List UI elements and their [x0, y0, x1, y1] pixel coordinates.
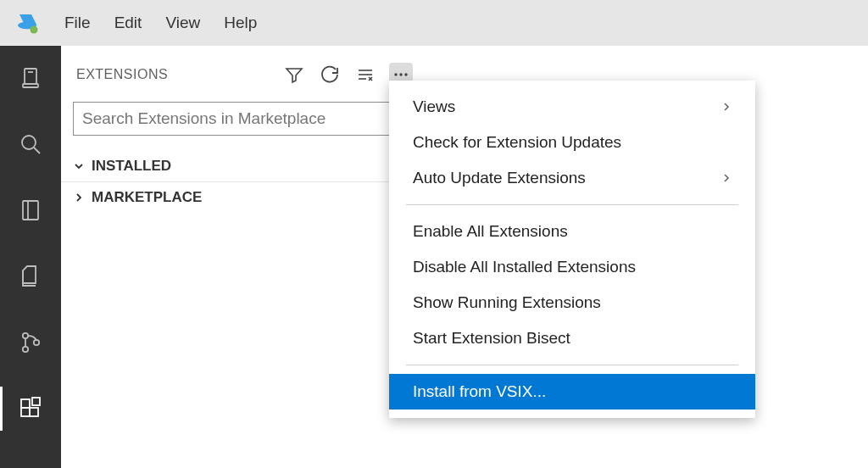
app-logo: [14, 9, 41, 36]
svg-rect-18: [32, 398, 40, 405]
svg-line-9: [34, 148, 40, 153]
chevron-down-icon: [73, 160, 85, 172]
activity-search[interactable]: [14, 127, 47, 161]
menu-separator: [406, 204, 738, 205]
menu-disable-all-label: Disable All Installed Extensions: [413, 258, 636, 276]
menu-start-bisect-label: Start Extension Bisect: [413, 329, 570, 348]
menu-disable-all[interactable]: Disable All Installed Extensions: [389, 249, 755, 285]
svg-point-26: [404, 73, 407, 75]
menu-check-updates-label: Check for Extension Updates: [413, 133, 621, 152]
svg-rect-17: [21, 399, 30, 408]
activity-connections[interactable]: [14, 61, 47, 95]
menu-enable-all-label: Enable All Extensions: [413, 222, 568, 241]
svg-point-25: [399, 73, 402, 75]
section-installed[interactable]: INSTALLED: [61, 151, 425, 182]
section-marketplace-label: MARKETPLACE: [92, 189, 202, 206]
svg-rect-10: [23, 201, 38, 220]
menu-enable-all[interactable]: Enable All Extensions: [389, 214, 755, 249]
chevron-right-icon: [721, 173, 732, 183]
extensions-more-menu: Views Check for Extension Updates Auto U…: [389, 81, 755, 418]
section-marketplace[interactable]: MARKETPLACE: [61, 182, 425, 213]
svg-rect-5: [25, 69, 36, 84]
activity-extensions[interactable]: [14, 392, 47, 426]
svg-point-12: [23, 333, 28, 338]
svg-point-13: [23, 347, 28, 352]
section-installed-label: INSTALLED: [92, 158, 171, 175]
menu-views[interactable]: Views: [389, 89, 755, 125]
menu-install-vsix[interactable]: Install from VSIX...: [389, 374, 755, 410]
refresh-icon[interactable]: [318, 63, 342, 86]
svg-rect-4: [33, 28, 35, 32]
sidebar-header: EXTENSIONS: [61, 46, 425, 97]
menu-help[interactable]: Help: [224, 14, 257, 32]
svg-point-8: [22, 136, 36, 149]
activity-notebooks[interactable]: [14, 193, 47, 227]
menu-show-running[interactable]: Show Running Extensions: [389, 285, 755, 320]
svg-rect-16: [30, 408, 38, 416]
menu-separator: [406, 365, 738, 365]
menu-views-label: Views: [413, 98, 455, 116]
menu-show-running-label: Show Running Extensions: [413, 293, 601, 312]
menu-auto-update-label: Auto Update Extensions: [413, 169, 586, 187]
search-input[interactable]: [82, 109, 403, 128]
chevron-right-icon: [721, 102, 732, 112]
menu-edit[interactable]: Edit: [114, 14, 142, 32]
search-box[interactable]: [73, 102, 413, 136]
sidebar-title: EXTENSIONS: [76, 67, 282, 82]
menu-check-updates[interactable]: Check for Extension Updates: [389, 125, 755, 160]
menu-view[interactable]: View: [165, 14, 200, 32]
svg-rect-6: [23, 84, 38, 87]
filter-icon[interactable]: [282, 63, 306, 86]
svg-rect-15: [21, 408, 30, 416]
clear-results-icon[interactable]: [353, 63, 377, 86]
menu-start-bisect[interactable]: Start Extension Bisect: [389, 320, 755, 356]
menu-install-vsix-label: Install from VSIX...: [413, 382, 546, 401]
activity-bar: [0, 46, 61, 468]
extensions-sidebar: EXTENSIONS: [61, 46, 425, 468]
activity-explorer[interactable]: [14, 259, 47, 293]
menu-file[interactable]: File: [64, 14, 91, 32]
menu-auto-update[interactable]: Auto Update Extensions: [389, 160, 755, 196]
activity-source-control[interactable]: [14, 326, 47, 359]
svg-point-24: [394, 73, 397, 75]
menubar: File Edit View Help: [0, 0, 868, 46]
chevron-right-icon: [73, 192, 85, 203]
